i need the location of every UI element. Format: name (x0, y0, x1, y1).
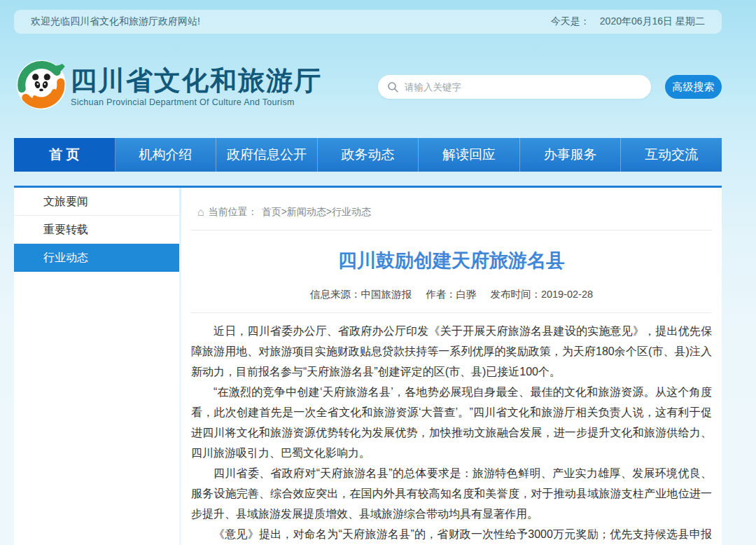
nav-item-about[interactable]: 机构介绍 (115, 138, 217, 172)
meta-divider (191, 312, 712, 313)
date-label: 今天是： (551, 15, 590, 28)
search-input[interactable] (403, 81, 642, 93)
sidebar-item-important-reposts[interactable]: 重要转载 (14, 216, 179, 244)
nav-item-interpretation[interactable]: 解读回应 (419, 138, 520, 172)
current-date: 今天是： 2020年06月16日 星期二 (551, 15, 705, 28)
article-author: 作者：白骅 (426, 288, 477, 301)
sidebar-item-industry-news[interactable]: 行业动态 (14, 244, 179, 272)
nav-item-gov-news[interactable]: 政务动态 (318, 138, 419, 172)
article-publish-date: 发布时间：2019-02-28 (490, 288, 593, 301)
welcome-text: 欢迎光临四川省文化和旅游厅政府网站! (31, 15, 200, 28)
main-nav: 首 页 机构介绍 政府信息公开 政务动态 解读回应 办事服务 互动交流 (14, 138, 722, 172)
search-icon (387, 81, 398, 92)
breadcrumb-divider (191, 230, 712, 230)
article-paragraph: “在激烈的竞争中创建‘天府旅游名县’，各地势必展现自身最全、最佳的文化和旅游资源… (191, 382, 712, 463)
date-value: 2020年06月16日 星期二 (600, 15, 705, 28)
article-source: 信息来源：中国旅游报 (310, 288, 412, 301)
article-paragraph: 《意见》提出，对命名为“天府旅游名县”的，省财政一次性给予3000万元奖励；优先… (191, 524, 712, 545)
site-title[interactable]: 四川省文化和旅游厅 (70, 63, 322, 99)
breadcrumb-label: 当前位置： (209, 206, 258, 219)
article-paragraph: 四川省委、省政府对“天府旅游名县”的总体要求是：旅游特色鲜明、产业实力雄厚、发展… (191, 463, 712, 524)
home-icon: ⌂ (197, 207, 204, 218)
sidebar-item-culture-tourism-news[interactable]: 文旅要闻 (14, 188, 179, 216)
nav-item-interaction[interactable]: 互动交流 (621, 138, 722, 172)
article-meta: 信息来源：中国旅游报 作者：白骅 发布时间：2019-02-28 (191, 288, 712, 301)
site-title-english: Sichuan Provincial Department Of Culture… (71, 97, 295, 107)
sidebar: 文旅要闻 重要转载 行业动态 (14, 188, 179, 545)
topbar: 欢迎光临四川省文化和旅游厅政府网站! 今天是： 2020年06月16日 星期二 (14, 10, 722, 34)
site-logo-icon[interactable] (15, 59, 67, 111)
nav-item-services[interactable]: 办事服务 (520, 138, 622, 172)
nav-item-home[interactable]: 首 页 (14, 138, 115, 172)
article-paragraph: 近日，四川省委办公厅、省政府办公厅印发《关于开展天府旅游名县建设的实施意见》，提… (191, 321, 712, 382)
advanced-search-button[interactable]: 高级搜索 (665, 75, 722, 99)
article-panel: ⌂ 当前位置： 首页>新闻动态>行业动态 四川鼓励创建天府旅游名县 信息来源：中… (181, 188, 722, 545)
article-body: 近日，四川省委办公厅、省政府办公厅印发《关于开展天府旅游名县建设的实施意见》，提… (191, 321, 712, 545)
breadcrumb: ⌂ 当前位置： 首页>新闻动态>行业动态 (197, 206, 712, 219)
article-title: 四川鼓励创建天府旅游名县 (191, 248, 712, 273)
breadcrumb-path[interactable]: 首页>新闻动态>行业动态 (262, 206, 371, 219)
search-box[interactable] (378, 75, 651, 99)
nav-item-gov-info[interactable]: 政府信息公开 (216, 138, 318, 172)
